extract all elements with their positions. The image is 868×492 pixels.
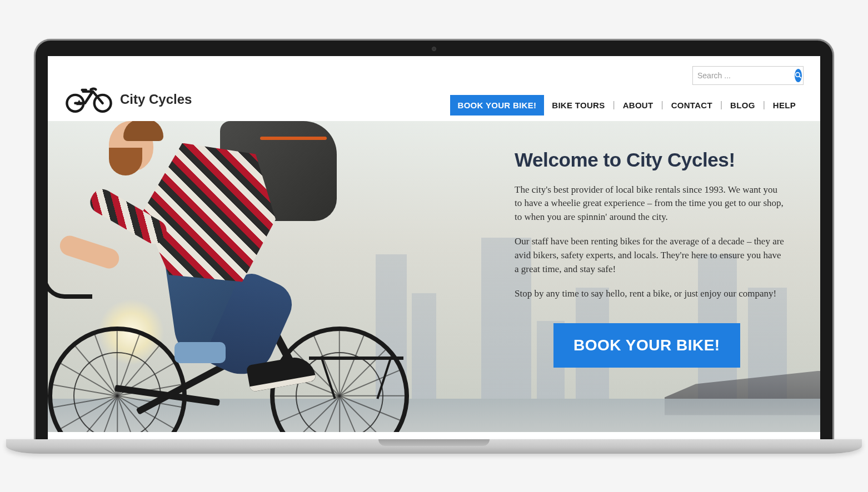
site-header: City Cycles BOOK YOUR BIKE! bbox=[48, 56, 820, 121]
camera-dot bbox=[432, 47, 436, 51]
laptop-base bbox=[6, 439, 862, 454]
main-nav: BOOK YOUR BIKE! BIKE TOURS | ABOUT | CON… bbox=[450, 95, 804, 116]
header-right: BOOK YOUR BIKE! BIKE TOURS | ABOUT | CON… bbox=[450, 66, 804, 116]
hero-paragraph-3: Stop by any time to say hello, rent a bi… bbox=[515, 287, 787, 301]
screen: City Cycles BOOK YOUR BIKE! bbox=[48, 56, 820, 439]
hero-title: Welcome to City Cycles! bbox=[515, 149, 787, 171]
svg-point-2 bbox=[796, 73, 800, 77]
nav-bike-tours[interactable]: BIKE TOURS bbox=[544, 101, 612, 110]
cyclist-illustration bbox=[48, 121, 409, 432]
hero-book-button[interactable]: BOOK YOUR BIKE! bbox=[553, 323, 740, 368]
hero-paragraph-1: The city's best provider of local bike r… bbox=[515, 183, 787, 224]
nav-contact[interactable]: CONTACT bbox=[664, 101, 720, 110]
search-input[interactable] bbox=[697, 71, 795, 80]
search-box[interactable] bbox=[692, 66, 804, 85]
svg-line-3 bbox=[799, 76, 801, 78]
bicycle-icon bbox=[64, 83, 113, 116]
hero-content: Welcome to City Cycles! The city's best … bbox=[515, 149, 787, 368]
nav-help[interactable]: HELP bbox=[765, 101, 804, 110]
laptop-notch bbox=[378, 439, 490, 446]
nav-blog[interactable]: BLOG bbox=[722, 101, 763, 110]
nav-book-button[interactable]: BOOK YOUR BIKE! bbox=[450, 95, 545, 116]
laptop-mockup: City Cycles BOOK YOUR BIKE! bbox=[34, 39, 834, 454]
hero-paragraph-2: Our staff have been renting bikes for th… bbox=[515, 235, 787, 276]
brand-name: City Cycles bbox=[120, 92, 192, 107]
hero-section: Welcome to City Cycles! The city's best … bbox=[48, 121, 820, 432]
search-button[interactable] bbox=[795, 69, 802, 82]
logo[interactable]: City Cycles bbox=[64, 83, 192, 116]
laptop-bezel: City Cycles BOOK YOUR BIKE! bbox=[34, 39, 834, 439]
search-icon bbox=[795, 72, 802, 79]
nav-about[interactable]: ABOUT bbox=[615, 101, 661, 110]
